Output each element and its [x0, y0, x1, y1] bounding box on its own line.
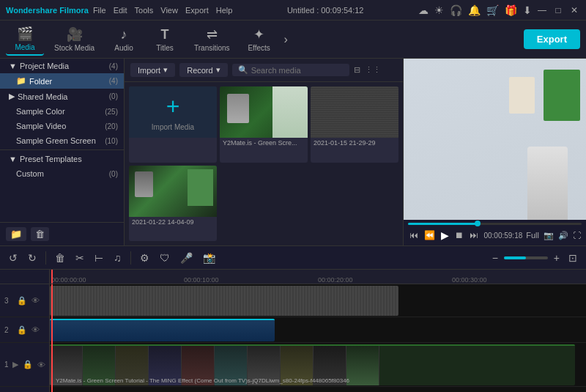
menu-file[interactable]: File: [93, 6, 106, 15]
camera-btn[interactable]: 📸: [200, 251, 218, 265]
track-1-clip[interactable]: Y2Mate.is - Green Screen Tutorial - The …: [50, 344, 575, 385]
panel-sample-video[interactable]: Sample Video (20): [0, 119, 124, 133]
toolbar-stock-media[interactable]: 🎥 Stock Media: [47, 23, 102, 55]
audio-clip-button[interactable]: ♫: [111, 251, 125, 265]
panel-custom[interactable]: Custom (0): [0, 166, 124, 181]
close-button[interactable]: ✕: [568, 4, 580, 16]
toolbar-media[interactable]: 🎬 Media: [6, 23, 44, 56]
export-button[interactable]: Export: [524, 29, 580, 49]
timeline-zoom: − + ⊡: [489, 251, 580, 265]
toolbar-titles[interactable]: T Titles: [146, 24, 184, 55]
track-2-num: 2: [4, 326, 13, 334]
sample-color-count: (25): [105, 108, 118, 116]
zoom-out-button[interactable]: −: [489, 251, 501, 265]
media-item-green-screen[interactable]: Y2Mate.is - Green Scre...: [220, 86, 308, 163]
record-button[interactable]: Record ▾: [179, 63, 227, 77]
headset-icon[interactable]: 🎧: [450, 4, 462, 16]
effects-icon: ✦: [253, 26, 264, 42]
zoom-in-button[interactable]: +: [551, 251, 563, 265]
menu-tools[interactable]: Tools: [135, 6, 154, 15]
zoom-slider[interactable]: [504, 256, 548, 259]
filter-icon[interactable]: ⊟: [354, 65, 360, 75]
track-2-lock[interactable]: 🔒: [16, 325, 28, 336]
toolbar-transitions[interactable]: ⇌ Transitions: [187, 23, 237, 55]
volume-icon[interactable]: 🔊: [557, 230, 569, 241]
minimize-button[interactable]: —: [536, 4, 548, 16]
frame-back-button[interactable]: ⏪: [423, 229, 437, 242]
quality-selector[interactable]: Full: [525, 230, 540, 240]
media-item-noise[interactable]: 2021-01-15 21-29-29: [311, 86, 398, 163]
cut-button[interactable]: ✂: [73, 251, 87, 265]
import-plus-icon: +: [166, 93, 180, 120]
mic-btn[interactable]: 🎤: [177, 251, 196, 265]
panel-sample-color[interactable]: Sample Color (25): [0, 104, 124, 119]
cloud-icon[interactable]: ☁: [418, 4, 429, 16]
menu-export[interactable]: Export: [185, 6, 209, 15]
maximize-button[interactable]: □: [552, 4, 564, 16]
panel-folder[interactable]: 📁 Folder (4): [0, 73, 124, 89]
grid-icon[interactable]: ⋮⋮: [365, 65, 381, 75]
menu-view[interactable]: View: [160, 6, 178, 15]
bell-icon[interactable]: 🔔: [468, 4, 481, 16]
track-1-play[interactable]: ▶: [12, 359, 19, 370]
stop-button[interactable]: ⏹: [453, 229, 465, 242]
timeline-ruler: 00:00:00:00 00:00:10:00 00:00:20:00 00:0…: [50, 270, 586, 284]
track-1-clip-label: Y2Mate.is - Green Screen Tutorial - The …: [53, 377, 352, 384]
download-icon[interactable]: ⬇: [523, 4, 532, 16]
panel-project-media[interactable]: ▼ Project Media (4): [0, 59, 124, 73]
screenshot-icon[interactable]: 📷: [543, 230, 555, 241]
track-3-eye[interactable]: 👁: [31, 295, 40, 306]
track-3-clip[interactable]: [50, 286, 398, 316]
shield-btn[interactable]: 🛡: [157, 251, 173, 265]
track-2-clip[interactable]: [50, 319, 275, 341]
sun-icon[interactable]: ☀: [434, 4, 444, 16]
toolbar-separator-1: [45, 251, 46, 265]
track-3-lock[interactable]: 🔒: [16, 295, 28, 306]
track-2-label: 2 🔒 👁: [0, 317, 49, 343]
timeline-area: ↺ ↻ 🗑 ✂ ⊢ ♫ ⚙ 🛡 🎤 📸 − + ⊡ 3 🔒 👁: [0, 245, 586, 392]
fit-button[interactable]: ⊡: [565, 251, 580, 265]
import-button[interactable]: Import ▾: [130, 63, 175, 77]
ruler-tick-30: 00:00:30:00: [452, 276, 487, 284]
media-item-green2[interactable]: 2021-01-22 14-04-09: [129, 166, 217, 242]
panel-sample-green-screen[interactable]: Sample Green Screen (10): [0, 133, 124, 148]
toolbar-audio[interactable]: ♪ Audio: [105, 24, 143, 55]
folder-icon: 📁: [16, 76, 26, 86]
skip-forward-button[interactable]: ⏭: [468, 229, 480, 242]
panel-preset-templates[interactable]: ▼ Preset Templates: [0, 152, 124, 166]
track-2-eye[interactable]: 👁: [31, 325, 40, 335]
search-input[interactable]: [251, 66, 344, 75]
track-row-1: Y2Mate.is - Green Screen Tutorial - The …: [50, 343, 586, 387]
delete-clip-button[interactable]: 🗑: [52, 251, 68, 265]
track-1-lock[interactable]: 🔒: [22, 359, 34, 370]
toolbar-separator-2: [130, 251, 131, 265]
toolbar-more-button[interactable]: ›: [281, 30, 291, 49]
main-toolbar: 🎬 Media 🎥 Stock Media ♪ Audio T Titles ⇌…: [0, 21, 586, 59]
track-1-num: 1: [4, 360, 9, 369]
noise-title: 2021-01-15 21-29-29: [311, 138, 398, 148]
cart-icon[interactable]: 🛒: [486, 4, 499, 16]
menu-help[interactable]: Help: [216, 6, 233, 15]
media-item-import[interactable]: + Import Media: [129, 86, 217, 163]
skip-back-button[interactable]: ⏮: [408, 229, 420, 242]
play-button[interactable]: ▶: [440, 228, 450, 243]
sample-video-count: (20): [105, 122, 118, 130]
menu-edit[interactable]: Edit: [114, 6, 127, 15]
gift-icon[interactable]: 🎁: [505, 4, 517, 16]
green2-thumb: [129, 166, 217, 217]
track-3-num: 3: [4, 297, 13, 305]
ruler-playhead: [51, 270, 53, 284]
toolbar-effects[interactable]: ✦ Effects: [240, 23, 278, 55]
delete-button[interactable]: 🗑: [31, 227, 49, 241]
titles-icon: T: [161, 27, 169, 42]
new-folder-button[interactable]: 📁: [6, 227, 26, 241]
track-1-eye[interactable]: 👁: [37, 360, 46, 370]
preview-progress-bar[interactable]: [408, 223, 582, 225]
redo-button[interactable]: ↻: [25, 251, 40, 265]
fullscreen-icon[interactable]: ⛶: [572, 230, 582, 240]
settings-btn[interactable]: ⚙: [137, 251, 152, 265]
search-box: 🔍: [232, 64, 349, 76]
undo-button[interactable]: ↺: [6, 251, 21, 265]
panel-shared-media[interactable]: ▶ Shared Media (0): [0, 89, 124, 104]
split-button[interactable]: ⊢: [92, 251, 106, 265]
